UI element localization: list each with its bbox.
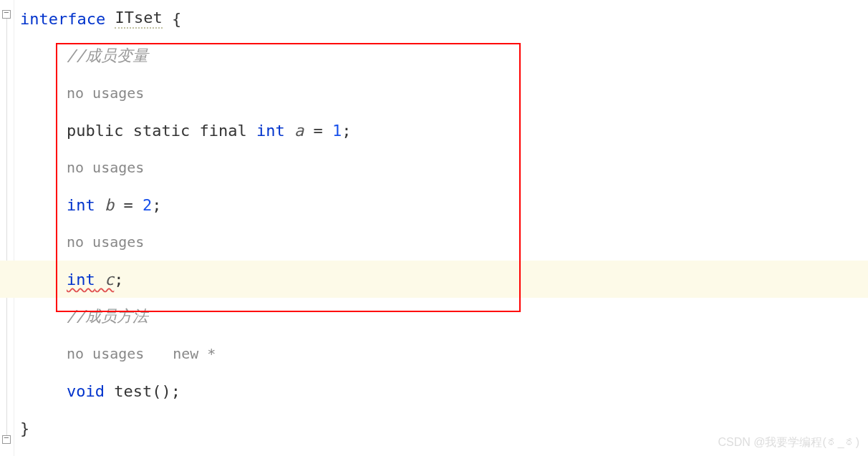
usages-hint: no usages	[67, 84, 144, 102]
field-name: a	[285, 122, 314, 140]
field-name: b	[95, 196, 124, 214]
inlay-hint[interactable]: no usages	[20, 149, 868, 186]
type-int: int	[67, 271, 95, 288]
assign: =	[124, 196, 143, 214]
close-brace: }	[20, 419, 29, 437]
parens: ()	[152, 382, 171, 400]
field-name: c	[95, 271, 115, 288]
number-literal: 1	[332, 122, 342, 140]
semicolon: ;	[171, 382, 180, 400]
code-line[interactable]: interface ITset {	[20, 0, 868, 37]
fold-collapse-icon[interactable]	[2, 10, 11, 19]
code-line[interactable]: //成员方法	[20, 298, 868, 335]
code-line[interactable]: //成员变量	[20, 37, 868, 74]
inlay-hint[interactable]: no usages	[20, 223, 868, 261]
method-name: test	[105, 382, 152, 400]
usages-hint: no usages	[67, 159, 144, 176]
inlay-hint[interactable]: no usages	[20, 74, 868, 112]
code-line[interactable]: void test();	[20, 372, 868, 409]
type-int: int	[256, 122, 285, 140]
semicolon: ;	[114, 271, 123, 288]
gutter	[0, 0, 14, 456]
open-brace: {	[163, 10, 182, 28]
inlay-hint[interactable]: no usages new *	[20, 335, 868, 372]
modifiers: public static final	[67, 122, 256, 140]
assign: =	[313, 122, 332, 140]
fold-collapse-icon[interactable]	[2, 435, 11, 444]
usages-hint: no usages	[67, 345, 144, 362]
keyword-void: void	[67, 382, 105, 400]
code-line-highlighted[interactable]: int c;	[0, 261, 868, 298]
code-editor[interactable]: interface ITset { //成员变量 no usages publi…	[20, 0, 868, 447]
code-line[interactable]: int b = 2;	[20, 186, 868, 223]
keyword-interface: interface	[20, 10, 105, 28]
type-name: ITset	[115, 9, 162, 29]
fold-line	[6, 19, 7, 435]
comment: //成员方法	[67, 306, 149, 327]
comment: //成员变量	[67, 45, 149, 67]
number-literal: 2	[143, 196, 152, 214]
new-hint: new *	[173, 345, 216, 362]
semicolon: ;	[152, 196, 161, 214]
semicolon: ;	[342, 122, 351, 140]
watermark: CSDN @我要学编程(ಥ_ಥ)	[718, 435, 859, 450]
type-int: int	[67, 196, 95, 214]
code-line[interactable]: public static final int a = 1;	[20, 112, 868, 149]
usages-hint: no usages	[67, 233, 144, 251]
